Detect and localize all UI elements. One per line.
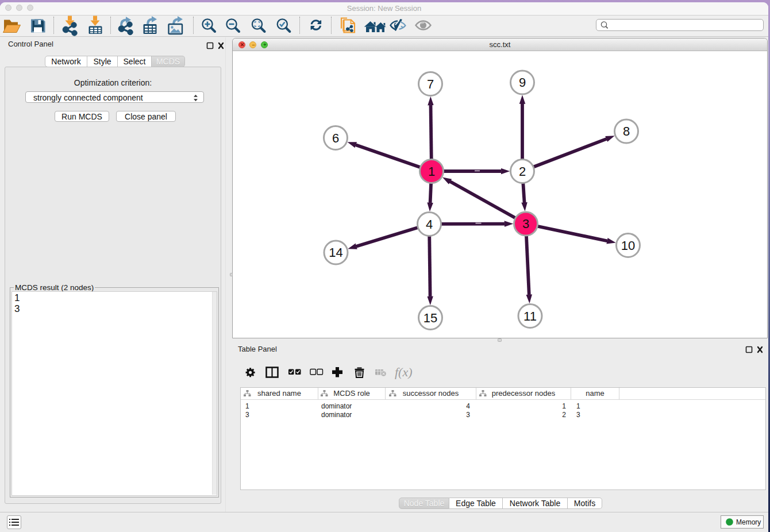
svg-text:7: 7: [427, 77, 434, 91]
svg-text:8: 8: [623, 124, 630, 138]
svg-text:1: 1: [428, 164, 435, 179]
svg-text:14: 14: [329, 245, 342, 260]
svg-text:3: 3: [522, 217, 529, 231]
svg-text:11: 11: [523, 309, 537, 323]
svg-text:4: 4: [426, 217, 433, 232]
svg-text:2: 2: [519, 164, 526, 179]
svg-text:f(x): f(x): [395, 365, 413, 379]
svg-text:9: 9: [519, 75, 526, 90]
svg-text:15: 15: [424, 311, 437, 325]
svg-text:10: 10: [621, 238, 635, 253]
svg-text:6: 6: [332, 131, 339, 145]
